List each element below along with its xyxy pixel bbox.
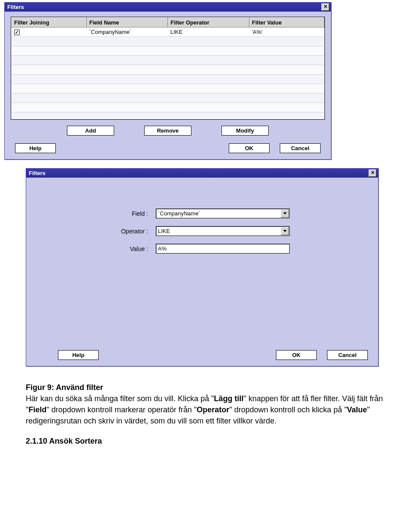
- col-filter-operator[interactable]: Filter Operator: [168, 18, 249, 27]
- figure-caption: Figur 9: Använd filter Här kan du söka s…: [26, 382, 386, 426]
- col-filter-value[interactable]: Filter Value: [249, 18, 324, 27]
- table-row: [12, 75, 324, 84]
- footer-button-row: Help OK Cancel: [11, 143, 325, 153]
- col-filter-joining[interactable]: Filter Joining: [12, 18, 87, 27]
- titlebar: Filters ✕: [26, 169, 378, 178]
- dialog-title: Filters: [29, 170, 45, 176]
- table-row: [12, 56, 324, 65]
- field-combo[interactable]: `CompanyName`: [156, 209, 290, 218]
- form-area: Field : `CompanyName` Operator : LIKE: [32, 183, 372, 346]
- caption-text-3: " dropdown kontroll markerar operatör fr…: [46, 405, 197, 414]
- action-button-row: Add Remove Modify: [11, 126, 325, 136]
- modify-button[interactable]: Modify: [221, 126, 269, 136]
- caption-text-1: Här kan du söka så många filter som du v…: [26, 394, 214, 403]
- table-row[interactable]: ✓ `CompanyName` LIKE 'A%': [12, 27, 324, 37]
- caption-bold-1: Lägg till: [214, 394, 244, 403]
- section-heading: 2.1.10 Ansök Sortera: [26, 437, 386, 446]
- filters-form-dialog: Filters ✕ Field : `CompanyName` Operator…: [26, 168, 379, 366]
- close-icon[interactable]: ✕: [321, 3, 329, 11]
- chevron-down-icon[interactable]: [281, 227, 289, 235]
- table-row: [12, 46, 324, 56]
- form-row-operator: Operator : LIKE: [32, 226, 372, 236]
- cancel-button[interactable]: Cancel: [280, 143, 321, 153]
- label-field: Field :: [32, 210, 156, 217]
- help-button[interactable]: Help: [58, 350, 99, 360]
- svg-marker-1: [283, 230, 287, 232]
- label-operator: Operator :: [32, 228, 156, 235]
- add-button[interactable]: Add: [67, 126, 114, 136]
- label-value: Value :: [32, 245, 156, 252]
- checkbox-icon[interactable]: ✓: [14, 30, 20, 35]
- ok-button[interactable]: OK: [229, 143, 270, 153]
- svg-marker-0: [283, 212, 287, 215]
- footer-button-row: Help OK Cancel: [32, 350, 372, 360]
- filter-grid: Filter Joining Field Name Filter Operato…: [11, 17, 325, 120]
- titlebar: Filters ✕: [5, 3, 331, 12]
- field-combo-value: `CompanyName`: [158, 210, 200, 217]
- chevron-down-icon[interactable]: [281, 209, 289, 218]
- cell-field-name[interactable]: `CompanyName`: [86, 27, 168, 37]
- dialog-body: Filter Joining Field Name Filter Operato…: [5, 12, 331, 159]
- caption-bold-4: Value: [347, 405, 367, 414]
- value-input[interactable]: A%: [156, 244, 290, 254]
- table-row: [12, 84, 324, 94]
- table-row: [12, 94, 324, 103]
- ok-button[interactable]: OK: [276, 350, 317, 360]
- table-row: [12, 37, 324, 46]
- col-field-name[interactable]: Field Name: [86, 18, 168, 27]
- table-row: [12, 65, 324, 75]
- filters-grid-dialog: Filters ✕ Filter Joining Field Name Filt…: [4, 2, 331, 160]
- help-button[interactable]: Help: [15, 143, 56, 153]
- cell-value[interactable]: 'A%': [249, 27, 324, 37]
- caption-text-4: " dropdown kontroll och klicka på ": [229, 405, 347, 414]
- value-input-text: A%: [158, 245, 167, 252]
- caption-bold-3: Operator: [197, 405, 229, 414]
- form-row-field: Field : `CompanyName`: [32, 209, 372, 218]
- dialog-title: Filters: [7, 4, 24, 10]
- remove-button[interactable]: Remove: [144, 126, 191, 136]
- close-icon[interactable]: ✕: [369, 169, 376, 177]
- table-header-row: Filter Joining Field Name Filter Operato…: [12, 18, 324, 27]
- form-row-value: Value : A%: [32, 244, 372, 254]
- dialog-body: Field : `CompanyName` Operator : LIKE: [26, 178, 378, 366]
- operator-combo-value: LIKE: [158, 228, 170, 234]
- cancel-button[interactable]: Cancel: [327, 350, 368, 360]
- cell-operator[interactable]: LIKE: [168, 27, 249, 37]
- caption-title: Figur 9: Använd filter: [26, 383, 103, 392]
- caption-bold-2: Field: [28, 405, 46, 414]
- cell-joining[interactable]: ✓: [12, 27, 87, 37]
- table-row: [12, 112, 324, 120]
- operator-combo[interactable]: LIKE: [156, 226, 290, 236]
- table-row: [12, 103, 324, 112]
